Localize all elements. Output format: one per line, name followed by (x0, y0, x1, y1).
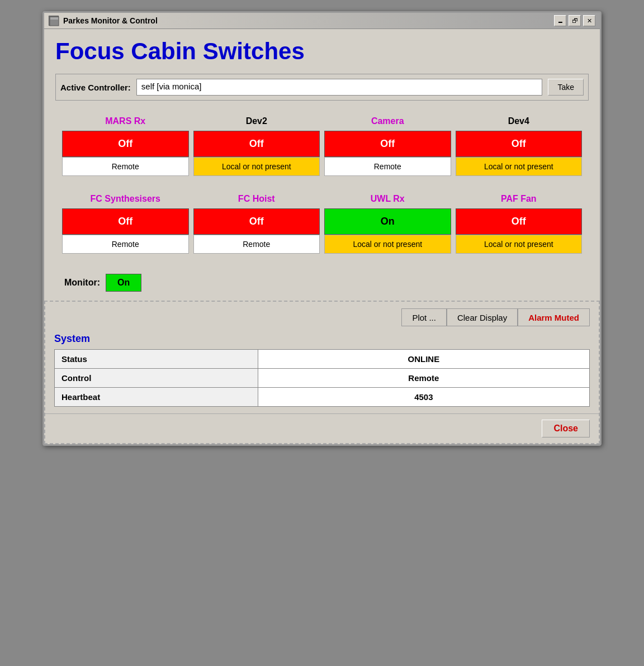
switch-mars-rx: MARS Rx Off Remote (60, 114, 191, 176)
switch-fc-hoist: FC Hoist Off Remote (191, 192, 323, 254)
switch-uwl-rx: UWL Rx On Local or not present (322, 192, 453, 254)
system-row-key: Heartbeat (55, 388, 258, 407)
svg-rect-1 (50, 17, 58, 20)
switch-dev4-status: Off (456, 131, 583, 157)
switch-dev2: Dev2 Off Local or not present (191, 114, 323, 176)
system-title: System (54, 333, 590, 345)
switch-paf-fan-remote: Local or not present (456, 235, 583, 254)
switch-mars-rx-label: MARS Rx (62, 114, 189, 131)
switch-fc-synth: FC Synthesisers Off Remote (60, 192, 191, 254)
switch-mars-rx-status: Off (62, 131, 189, 157)
monitor-row: Monitor: On (60, 269, 584, 296)
close-button-footer[interactable]: Close (542, 420, 590, 437)
switch-camera: Camera Off Remote (322, 114, 453, 176)
monitor-label: Monitor: (64, 278, 100, 288)
switch-camera-label: Camera (324, 114, 451, 131)
switch-dev4-label: Dev4 (456, 114, 583, 131)
main-content: Focus Cabin Switches Active Controller: … (44, 29, 600, 444)
switch-fc-hoist-remote: Remote (193, 235, 320, 254)
switch-dev2-status: Off (193, 131, 320, 157)
switch-dev4-remote: Local or not present (456, 157, 583, 176)
system-row-value: 4503 (258, 388, 589, 407)
system-table: StatusONLINEControlRemoteHeartbeat4503 (54, 349, 590, 407)
title-bar: Parkes Monitor & Control 🗕 🗗 ✕ (44, 13, 600, 29)
main-window: Parkes Monitor & Control 🗕 🗗 ✕ Focus Cab… (42, 11, 602, 446)
system-section: System StatusONLINEControlRemoteHeartbea… (54, 333, 590, 407)
maximize-button[interactable]: 🗗 (569, 15, 581, 26)
switch-fc-synth-remote: Remote (62, 235, 189, 254)
take-button[interactable]: Take (548, 79, 584, 96)
switch-uwl-rx-remote: Local or not present (324, 235, 451, 254)
clear-display-button[interactable]: Clear Display (447, 308, 518, 326)
switch-paf-fan: PAF Fan Off Local or not present (453, 192, 585, 254)
switch-camera-remote: Remote (324, 157, 451, 176)
page-title: Focus Cabin Switches (55, 38, 589, 65)
bottom-panel: Plot ... Clear Display Alarm Muted Syste… (44, 301, 600, 444)
controller-value: self [via monica] (136, 79, 543, 96)
window-title: Parkes Monitor & Control (63, 16, 550, 25)
switch-dev2-remote: Local or not present (193, 157, 320, 176)
plot-button[interactable]: Plot ... (401, 308, 447, 326)
system-table-row: StatusONLINE (55, 350, 590, 369)
system-table-row: Heartbeat4503 (55, 388, 590, 407)
switch-uwl-rx-label: UWL Rx (324, 192, 451, 208)
switch-mars-rx-remote: Remote (62, 157, 189, 176)
footer-bar: Close (45, 413, 599, 443)
switch-fc-hoist-label: FC Hoist (193, 192, 320, 208)
bottom-toolbar: Plot ... Clear Display Alarm Muted (54, 308, 590, 326)
window-icon (49, 16, 59, 26)
system-row-value: ONLINE (258, 350, 589, 369)
system-table-row: ControlRemote (55, 369, 590, 388)
monitor-status: On (106, 274, 141, 292)
system-row-key: Status (55, 350, 258, 369)
switch-dev2-label: Dev2 (193, 114, 320, 131)
switch-camera-status: Off (324, 131, 451, 157)
alarm-muted-button[interactable]: Alarm Muted (518, 308, 590, 326)
controller-label: Active Controller: (60, 83, 131, 92)
switch-uwl-rx-status: On (324, 208, 451, 235)
switch-paf-fan-label: PAF Fan (456, 192, 583, 208)
switch-fc-synth-label: FC Synthesisers (62, 192, 189, 208)
switches-row-2: FC Synthesisers Off Remote FC Hoist Off … (60, 192, 584, 254)
close-button[interactable]: ✕ (583, 15, 595, 26)
switch-paf-fan-status: Off (456, 208, 583, 235)
window-controls: 🗕 🗗 ✕ (554, 15, 595, 26)
switch-fc-hoist-status: Off (193, 208, 320, 235)
minimize-button[interactable]: 🗕 (554, 15, 566, 26)
system-row-key: Control (55, 369, 258, 388)
switches-row-1: MARS Rx Off Remote Dev2 Off Local or not… (60, 114, 584, 176)
switches-section: MARS Rx Off Remote Dev2 Off Local or not… (55, 114, 589, 296)
switch-fc-synth-status: Off (62, 208, 189, 235)
switch-dev4: Dev4 Off Local or not present (453, 114, 585, 176)
controller-bar: Active Controller: self [via monica] Tak… (55, 74, 589, 101)
system-row-value: Remote (258, 369, 589, 388)
